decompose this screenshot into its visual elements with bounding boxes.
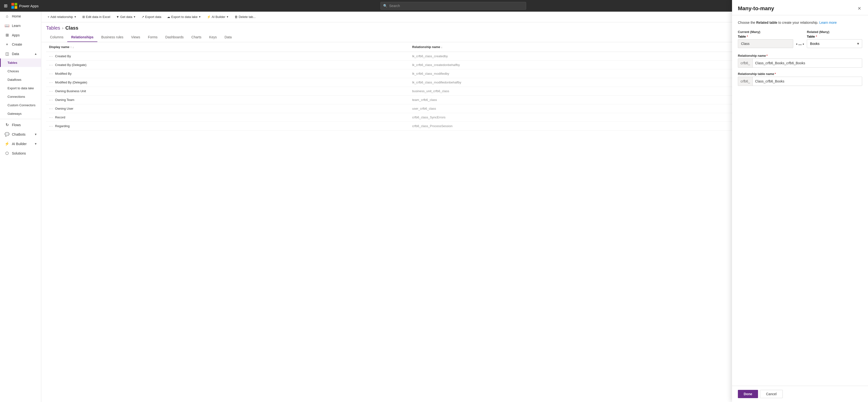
panel-footer: Done Cancel	[732, 386, 868, 402]
tab-dashboards[interactable]: Dashboards	[161, 33, 188, 42]
relationship-table-name-prefix: crfb6_	[738, 77, 753, 86]
sidebar-item-ai-builder[interactable]: ⚡ AI Builder ▼	[0, 139, 41, 148]
learn-more-link[interactable]: Learn more	[819, 21, 837, 25]
done-button[interactable]: Done	[738, 390, 758, 398]
row-actions[interactable]: ···	[49, 63, 53, 67]
ai-builder-chevron-icon: ▼	[34, 142, 37, 145]
search-bar[interactable]: 🔍	[380, 2, 526, 10]
row-actions[interactable]: ···	[49, 98, 53, 102]
tab-columns[interactable]: Columns	[46, 33, 67, 42]
required-star-2: *	[816, 35, 817, 38]
search-input[interactable]	[389, 4, 524, 8]
tab-views[interactable]: Views	[127, 33, 144, 42]
ai-builder-label: AI Builder	[12, 142, 27, 146]
row-actions[interactable]: ···	[49, 124, 53, 128]
row-actions[interactable]: ···	[49, 72, 53, 75]
sidebar-item-connections[interactable]: Connections	[0, 93, 41, 101]
excel-icon: ⊞	[82, 15, 85, 19]
sidebar-divider-1	[0, 119, 41, 119]
tables-label: Tables	[7, 61, 17, 65]
display-name-cell: Modified By	[55, 72, 72, 75]
related-table-select[interactable]: Books Account Contact Lead	[807, 39, 862, 48]
sidebar-item-chatbots[interactable]: 💬 Chatbots ▼	[0, 130, 41, 139]
tab-relationships[interactable]: Relationships	[67, 33, 97, 42]
chatbots-chevron-icon: ▼	[34, 133, 37, 136]
cancel-button[interactable]: Cancel	[760, 390, 783, 398]
export-icon: ↗	[142, 15, 144, 19]
sidebar-item-data[interactable]: ◫ Data ▲	[0, 49, 41, 59]
ai-builder-chevron-icon: ▼	[226, 15, 229, 18]
row-actions[interactable]: ···	[49, 54, 53, 58]
related-table-col: Related (Many) Table * Books Account Con…	[807, 30, 862, 48]
data-submenu: Tables Choices Dataflows Export to data …	[0, 59, 41, 118]
row-actions[interactable]: ···	[49, 115, 53, 119]
sidebar-item-label: Apps	[12, 33, 20, 37]
relationship-name-input-group[interactable]: crfb6_	[738, 59, 862, 68]
choices-label: Choices	[7, 69, 19, 73]
display-name-cell: Record	[55, 115, 65, 119]
sidebar-item-gateways[interactable]: Gateways	[0, 109, 41, 118]
sidebar: ⌂ Home 📖 Learn ⊞ Apps + Create ◫ Data ▲ …	[0, 12, 41, 402]
tab-data[interactable]: Data	[221, 33, 236, 42]
flows-icon: ↻	[5, 123, 9, 127]
sidebar-item-solutions[interactable]: ⬡ Solutions	[0, 148, 41, 158]
sidebar-item-export-lake[interactable]: Export to data lake	[0, 84, 41, 93]
sidebar-item-flows[interactable]: ↻ Flows	[0, 120, 41, 130]
row-actions[interactable]: ···	[49, 89, 53, 93]
breadcrumb-parent[interactable]: Tables	[46, 25, 60, 31]
ai-icon: ⚡	[207, 15, 211, 19]
tab-keys[interactable]: Keys	[206, 33, 221, 42]
relationship-name-label: Relationship name	[412, 45, 440, 49]
panel-close-button[interactable]: ✕	[857, 12, 862, 12]
create-icon: +	[5, 42, 9, 46]
row-actions[interactable]: ···	[49, 107, 53, 110]
relationship-table-name-input[interactable]	[753, 77, 862, 86]
chatbots-icon: 💬	[5, 132, 9, 137]
ai-builder-button[interactable]: ⚡ AI Builder ▼	[205, 13, 231, 20]
sidebar-item-learn[interactable]: 📖 Learn	[0, 21, 41, 30]
add-relationship-chevron-icon: ▼	[74, 15, 76, 18]
ai-builder-label: AI Builder	[212, 15, 225, 19]
sidebar-item-apps[interactable]: ⊞ Apps	[0, 30, 41, 40]
display-name-cell: Modified By (Delegate)	[55, 80, 87, 84]
sidebar-item-dataflows[interactable]: Dataflows	[0, 75, 41, 84]
waffle-icon[interactable]: ⊞	[3, 2, 8, 9]
panel-body: Choose the Related table to create your …	[732, 15, 868, 386]
solutions-icon: ⬡	[5, 151, 9, 156]
main-layout: ⌂ Home 📖 Learn ⊞ Apps + Create ◫ Data ▲ …	[0, 12, 868, 402]
col-header-display-name[interactable]: Display name ↑ ↓	[46, 42, 409, 52]
connections-label: Connections	[7, 95, 25, 99]
delete-icon: 🗑	[235, 15, 238, 19]
flows-label: Flows	[12, 123, 21, 127]
sidebar-item-choices[interactable]: Choices	[0, 67, 41, 75]
sidebar-item-label: Home	[12, 14, 21, 18]
current-table-value: Class	[738, 39, 793, 48]
export-data-label: Export data	[145, 15, 161, 19]
relationship-name-label: Relationship name *	[738, 54, 862, 58]
home-icon: ⌂	[5, 14, 9, 19]
delete-button[interactable]: 🗑 Delete tab...	[232, 13, 258, 20]
relationship-table-name-input-group[interactable]: crfb6_	[738, 77, 862, 86]
app-name: Power Apps	[19, 4, 39, 8]
export-lake-button[interactable]: ☁ Export to data lake ▼	[165, 13, 203, 20]
current-table-label: Table *	[738, 35, 793, 38]
edit-excel-label: Edit data in Excel	[86, 15, 110, 19]
add-relationship-button[interactable]: + Add relationship ▼	[45, 13, 79, 20]
export-lake-label: Export to data lake	[7, 87, 34, 90]
row-actions[interactable]: ···	[49, 80, 53, 84]
get-data-button[interactable]: ▼ Get data ▼	[114, 13, 138, 20]
relationship-name-prefix: crfb6_	[738, 59, 753, 67]
sidebar-item-create[interactable]: + Create	[0, 40, 41, 49]
tab-business-rules[interactable]: Business rules	[97, 33, 127, 42]
table-selector-row: Current (Many) Table * Class * — * Relat…	[738, 30, 862, 48]
sidebar-item-tables[interactable]: Tables	[0, 59, 41, 67]
related-table-select-wrapper[interactable]: Books Account Contact Lead ▼	[807, 39, 862, 48]
export-data-button[interactable]: ↗ Export data	[139, 13, 164, 20]
apps-icon: ⊞	[5, 33, 9, 37]
edit-excel-button[interactable]: ⊞ Edit data in Excel	[80, 13, 113, 20]
tab-charts[interactable]: Charts	[187, 33, 205, 42]
relationship-name-input[interactable]	[753, 59, 862, 67]
tab-forms[interactable]: Forms	[144, 33, 161, 42]
sidebar-item-home[interactable]: ⌂ Home	[0, 12, 41, 21]
sidebar-item-custom-connectors[interactable]: Custom Connectors	[0, 101, 41, 109]
